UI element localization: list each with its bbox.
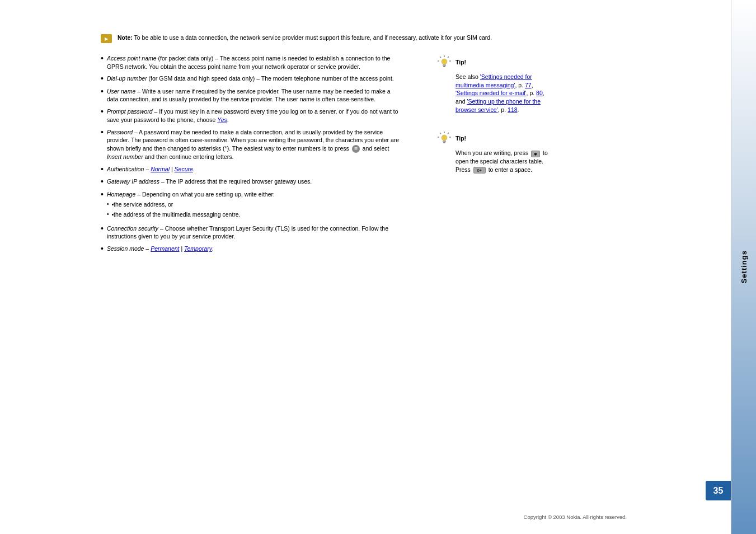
connection-security-italic: Connection security [107,225,158,232]
note-body: To be able to use a data connection, the… [134,34,492,41]
normal-link[interactable]: Normal [151,166,170,172]
list-item-content: Homepage – Depending on what you are set… [107,190,275,221]
svg-line-9 [448,133,449,134]
list-item-username: User name – Write a user name if require… [101,87,403,104]
svg-rect-15 [443,142,445,143]
page-number: 35 [713,486,724,496]
note-icon-graphic [101,34,112,43]
left-column: Access point name (for packet data only)… [101,54,414,257]
special-char-key-icon: ✱ [531,151,540,157]
tip2-content: When you are writing, press ✱ to open th… [456,149,554,174]
svg-rect-14 [443,140,446,142]
list-item-content: Authentication – Normal | Secure. [107,165,195,174]
space-key-icon: 0+ [473,167,486,174]
temporary-link[interactable]: Temporary [184,245,212,252]
svg-line-1 [448,57,449,58]
copyright: Copyright © 2003 Nokia. All rights reser… [524,514,627,520]
insert-number-italic: Insert number [107,153,143,160]
list-item-content: Connection security – Choose whether Tra… [107,224,403,241]
list-item-connection-security: Connection security – Choose whether Tra… [101,224,403,241]
tip1-link-118[interactable]: 118 [508,106,518,113]
list-item-content: Dial-up number (for GSM data and high sp… [107,74,394,83]
tip-box-1: Tip! See also 'Settings needed for multi… [436,54,554,114]
svg-point-13 [442,135,447,140]
page-container: Note: To be able to use a data connectio… [0,0,756,534]
list-item-access-point: Access point name (for packet data only)… [101,54,403,71]
yes-link[interactable]: Yes [217,116,227,123]
sub-item-text: the address of the multimedia messaging … [114,210,240,219]
svg-rect-6 [443,64,446,66]
tip2-label: Tip! [456,135,466,142]
bullet-list: Access point name (for packet data only)… [101,54,403,253]
content-wrapper: Access point name (for packet data only)… [101,54,649,257]
session-mode-italic: Session mode [107,245,144,252]
svg-point-5 [442,59,447,64]
prompt-italic: Prompt password [107,108,153,115]
tip-box-2: Tip! When you are writing, press ✱ to op… [436,130,554,174]
svg-rect-7 [443,66,445,67]
password-italic: Password [107,129,133,135]
username-italic: User name [107,88,135,95]
tip1-link-browser[interactable]: 'Setting up the phone for the browser se… [456,98,541,113]
secure-link[interactable]: Secure [175,166,193,172]
list-item-dialup: Dial-up number (for GSM data and high sp… [101,74,403,83]
menu-key-icon: ☰ [352,145,360,153]
list-item-prompt-password: Prompt password – If you must key in a n… [101,107,403,124]
list-item-gateway: Gateway IP address – The IP address that… [101,177,403,186]
tip1-content: See also 'Settings needed for multimedia… [456,73,554,114]
tip1-link-multimedia[interactable]: 'Settings needed for multimedia messagin… [456,73,532,88]
svg-line-3 [440,57,441,58]
main-content: Note: To be able to use a data connectio… [0,0,672,534]
sub-list-item-mms: • the address of the multimedia messagin… [107,210,275,219]
settings-sidebar: Settings [731,0,756,534]
homepage-sub-list: • the service address, or • the address … [107,200,275,218]
permanent-link[interactable]: Permanent [151,245,179,252]
note-icon [101,34,113,44]
note-box: Note: To be able to use a data connectio… [101,34,649,44]
list-item-content: Prompt password – If you must key in a n… [107,107,403,124]
right-column: Tip! See also 'Settings needed for multi… [431,54,554,257]
sub-list-item-service: • the service address, or [107,200,275,209]
gateway-italic: Gateway IP address [107,178,159,185]
note-text: Note: To be able to use a data connectio… [118,34,492,42]
tip1-link-77[interactable]: 77 [525,82,532,88]
list-item-session-mode: Session mode – Permanent | Temporary. [101,245,403,253]
homepage-italic: Homepage [107,191,135,198]
note-bold: Note: [118,34,133,41]
tip1-header: Tip! [436,54,554,70]
page-number-tab: 35 [706,481,731,500]
sub-item-text: the service address, or [114,200,173,209]
list-item-content: Access point name (for packet data only)… [107,54,403,71]
list-item-content: User name – Write a user name if require… [107,87,403,104]
tip-icon-1 [436,54,452,70]
tip-icon-2 [436,130,452,146]
dialup-italic: Dial-up number [107,75,147,82]
svg-line-11 [440,133,441,134]
list-item-content: Session mode – Permanent | Temporary. [107,245,214,253]
list-item-authentication: Authentication – Normal | Secure. [101,165,403,174]
list-item-content: Password – A password may be needed to m… [107,128,403,161]
tip1-label: Tip! [456,59,466,65]
list-item-content: Gateway IP address – The IP address that… [107,177,312,186]
access-point-italic: Access point name [107,55,157,62]
list-item-password: Password – A password may be needed to m… [101,128,403,161]
tip1-link-email[interactable]: 'Settings needed for e-mail' [456,90,527,96]
tip1-link-80[interactable]: 80 [536,90,543,96]
tip2-header: Tip! [436,130,554,146]
list-item-homepage: Homepage – Depending on what you are set… [101,190,403,221]
settings-label: Settings [740,250,748,283]
authentication-italic: Authentication [107,166,144,172]
